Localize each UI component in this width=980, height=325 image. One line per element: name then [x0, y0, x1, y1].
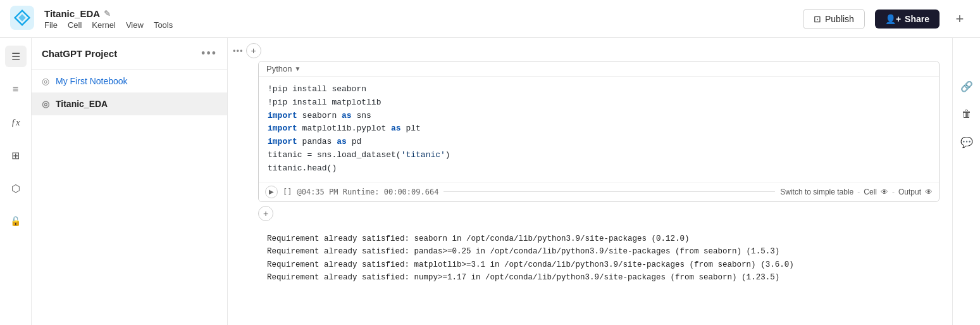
menu-view[interactable]: View [126, 20, 144, 30]
cell-code-body[interactable]: !pip install seaborn !pip install matplo… [259, 77, 939, 182]
notebook-name-text: Titanic_EDA [44, 8, 100, 19]
menu-kernel[interactable]: Kernel [92, 20, 116, 30]
menu-tools[interactable]: Tools [154, 20, 173, 30]
notebook-content: ••• + Python ▼ !pip install seaborn !pip… [228, 38, 952, 325]
copy-link-button[interactable]: 🔗 [957, 76, 977, 96]
code-line-6: titanic = sns.load_dataset('titanic') [268, 149, 930, 162]
cell-top-bar: ••• + [228, 38, 952, 61]
cell-add-above-button[interactable]: + [246, 43, 261, 58]
right-toolbar: 🔗 🗑 💬 [952, 38, 980, 325]
add-tab-button[interactable]: + [950, 9, 970, 29]
share-label: Share [905, 14, 929, 24]
cell-add-below: + [228, 202, 952, 224]
output-line-3: Requirement already satisfied: matplotli… [267, 258, 931, 272]
title-area: Titanic_EDA ✎ File Cell Kernel View Tool… [44, 8, 173, 30]
output-line-2: Requirement already satisfied: pandas>=0… [267, 245, 931, 258]
cell-run-bar: ▶ [] @04:35 PM Runtime: 00:00:09.664 Swi… [259, 182, 939, 201]
run-button[interactable]: ▶ [265, 186, 278, 198]
run-actions: Switch to simple table - Cell 👁 - Output… [780, 188, 933, 196]
run-divider [443, 191, 775, 192]
sidebar-item-formula[interactable]: ƒx [5, 112, 27, 133]
code-line-4: import matplotlib.pyplot as plt [268, 122, 930, 136]
output-line-1: Requirement already satisfied: seaborn i… [267, 233, 931, 246]
publish-button[interactable]: ⊡ Publish [803, 9, 865, 29]
comment-button[interactable]: 💬 [957, 132, 977, 152]
run-info-text: [] [283, 188, 292, 196]
sidebar-header: ChatGPT Project ••• [32, 38, 227, 70]
sidebar-item-label-2: Titanic_EDA [56, 99, 108, 109]
code-line-3: import seaborn as sns [268, 110, 930, 123]
sidebar-item-my-first-notebook[interactable]: ◎ My First Notebook [32, 70, 227, 92]
menu-cell[interactable]: Cell [68, 20, 82, 30]
sidebar-item-lock[interactable]: 🔓 [5, 210, 27, 232]
sidebar-item-files[interactable]: ☰ [5, 46, 27, 67]
switch-table-link[interactable]: Switch to simple table [780, 188, 853, 196]
code-line-7: titanic.head() [268, 162, 930, 175]
notebook-icon-1: ◎ [42, 76, 49, 86]
sidebar-item-grid[interactable]: ⊞ [5, 144, 27, 166]
icon-bar: ☰ ≡ ƒx ⊞ ⬡ 🔓 [0, 38, 32, 325]
sidebar-item-titanic-eda[interactable]: ◎ Titanic_EDA [32, 92, 227, 115]
add-cell-below-button[interactable]: + [258, 206, 273, 221]
sidebar: ChatGPT Project ••• ◎ My First Notebook … [32, 38, 228, 325]
share-icon: 👤+ [885, 14, 901, 24]
cell-language-chevron[interactable]: ▼ [294, 65, 301, 72]
sidebar-menu-dots[interactable]: ••• [201, 47, 217, 60]
run-time-text: @04:35 PM Runtime: 00:00:09.664 [297, 188, 438, 196]
sidebar-item-list[interactable]: ≡ [5, 79, 27, 100]
notebook-title: Titanic_EDA ✎ [44, 8, 173, 19]
sep2: - [892, 188, 895, 196]
cell-label[interactable]: Cell [864, 188, 877, 196]
sep1: - [857, 188, 860, 196]
code-line-5: import pandas as pd [268, 136, 930, 149]
cell-lang-bar: Python ▼ [259, 61, 939, 77]
sidebar-item-database[interactable]: ⬡ [5, 177, 27, 199]
share-button[interactable]: 👤+ Share [875, 10, 940, 29]
output-eye-icon[interactable]: 👁 [925, 188, 933, 196]
cell-eye-icon[interactable]: 👁 [881, 188, 888, 196]
menu-file[interactable]: File [44, 20, 58, 30]
edit-icon[interactable]: ✎ [104, 9, 111, 18]
output-line-4: Requirement already satisfied: numpy>=1.… [267, 271, 931, 284]
publish-label: Publish [825, 14, 854, 24]
output-label[interactable]: Output [898, 188, 921, 196]
main-area: ☰ ≡ ƒx ⊞ ⬡ 🔓 ChatGPT Project ••• ◎ My Fi… [0, 38, 980, 325]
code-line-2: !pip install matplotlib [268, 96, 930, 110]
code-cell: Python ▼ !pip install seaborn !pip insta… [258, 61, 940, 202]
publish-icon: ⊡ [814, 14, 821, 24]
delete-cell-button[interactable]: 🗑 [957, 104, 977, 124]
sidebar-item-label-1: My First Notebook [56, 76, 128, 86]
cell-options-dots[interactable]: ••• [233, 46, 244, 56]
cell-language-label[interactable]: Python [266, 64, 292, 73]
topbar: Titanic_EDA ✎ File Cell Kernel View Tool… [0, 0, 980, 38]
sidebar-title: ChatGPT Project [42, 48, 117, 59]
notebook-icon-2: ◎ [42, 99, 49, 109]
logo [10, 6, 34, 32]
code-line-1: !pip install seaborn [268, 83, 930, 96]
menu-bar: File Cell Kernel View Tools [44, 20, 173, 30]
cell-output: Requirement already satisfied: seaborn i… [258, 226, 940, 291]
